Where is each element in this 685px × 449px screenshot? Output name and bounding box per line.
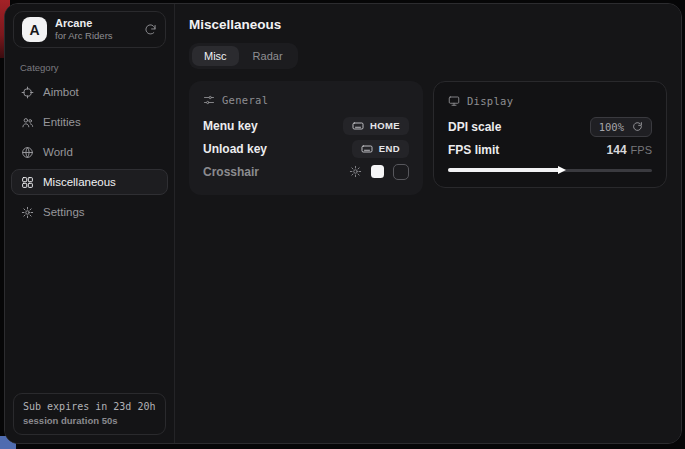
sidebar-nav: Aimbot Entities (5, 79, 174, 229)
sync-icon[interactable] (144, 23, 157, 36)
monitor-icon (448, 95, 460, 107)
subscription-expiry: Sub expires in 23d 20h (23, 401, 156, 412)
fps-limit-value: 144FPS (607, 143, 652, 157)
display-card: Display DPI scale 100% (433, 81, 667, 188)
unload-key-label: Unload key (203, 142, 267, 156)
keyboard-icon (361, 143, 373, 155)
general-card-title: General (222, 94, 268, 106)
menu-key-bind-button[interactable]: HOME (343, 117, 409, 135)
subscription-box: Sub expires in 23d 20h session duration … (13, 393, 166, 435)
sidebar-item-aimbot[interactable]: Aimbot (11, 79, 168, 105)
general-card-header: General (203, 91, 409, 109)
dpi-scale-control[interactable]: 100% (590, 117, 652, 137)
menu-key-value: HOME (370, 120, 400, 131)
tab-bar: Misc Radar (189, 43, 298, 69)
slider-fill (448, 168, 560, 172)
dpi-scale-value: 100% (599, 121, 624, 133)
menu-key-row: Menu key HOME (203, 114, 409, 137)
app-header-card: A Arcane for Arc Riders (13, 11, 166, 48)
menu-key-label: Menu key (203, 119, 258, 133)
sidebar-item-settings[interactable]: Settings (11, 199, 168, 225)
sidebar-item-world[interactable]: World (11, 139, 168, 165)
globe-icon (21, 146, 34, 159)
gear-icon[interactable] (349, 165, 362, 178)
tab-radar[interactable]: Radar (241, 46, 295, 66)
cards-grid: General Menu key HOME Unload key (189, 81, 667, 195)
keyboard-icon (352, 120, 364, 132)
crosshair-controls (349, 164, 409, 180)
general-card: General Menu key HOME Unload key (189, 81, 423, 195)
display-card-header: Display (448, 92, 652, 110)
grid-icon (21, 176, 34, 189)
slider-thumb[interactable] (558, 166, 566, 174)
crosshair-icon (21, 86, 34, 99)
fps-limit-slider[interactable] (448, 165, 652, 175)
gear-icon (21, 206, 34, 219)
crosshair-checkbox[interactable] (393, 164, 409, 180)
unload-key-value: END (379, 143, 400, 154)
app-meta: Arcane for Arc Riders (55, 17, 113, 42)
sidebar-item-label: Aimbot (43, 86, 79, 98)
category-label: Category (5, 51, 174, 79)
app-name: Arcane (55, 17, 113, 30)
app-window: A Arcane for Arc Riders Category (4, 3, 682, 444)
app-logo: A (22, 17, 47, 42)
session-duration: session duration 50s (23, 415, 156, 426)
sidebar: A Arcane for Arc Riders Category (5, 4, 175, 443)
unload-key-row: Unload key END (203, 137, 409, 160)
sidebar-item-label: Miscellaneous (43, 176, 116, 188)
fps-limit-unit: FPS (631, 144, 652, 156)
users-icon (21, 116, 34, 129)
fps-limit-row: FPS limit 144FPS (448, 138, 652, 161)
fps-limit-number: 144 (607, 143, 627, 157)
sidebar-spacer (5, 229, 174, 385)
color-swatch[interactable] (371, 165, 384, 178)
dpi-scale-label: DPI scale (448, 120, 501, 134)
dpi-scale-row: DPI scale 100% (448, 115, 652, 138)
unload-key-bind-button[interactable]: END (352, 140, 409, 158)
page-title: Miscellaneous (189, 17, 667, 32)
fps-limit-label: FPS limit (448, 143, 499, 157)
sidebar-item-entities[interactable]: Entities (11, 109, 168, 135)
sidebar-item-label: World (43, 146, 73, 158)
display-card-title: Display (467, 95, 513, 107)
reset-icon[interactable] (632, 121, 643, 132)
sidebar-item-label: Entities (43, 116, 81, 128)
tab-misc[interactable]: Misc (192, 46, 239, 66)
app-subtitle: for Arc Riders (55, 31, 113, 42)
main-content: Miscellaneous Misc Radar General (175, 4, 681, 443)
sidebar-item-miscellaneous[interactable]: Miscellaneous (11, 169, 168, 195)
sliders-icon (203, 94, 215, 106)
crosshair-label: Crosshair (203, 165, 259, 179)
crosshair-row: Crosshair (203, 160, 409, 183)
sidebar-item-label: Settings (43, 206, 85, 218)
